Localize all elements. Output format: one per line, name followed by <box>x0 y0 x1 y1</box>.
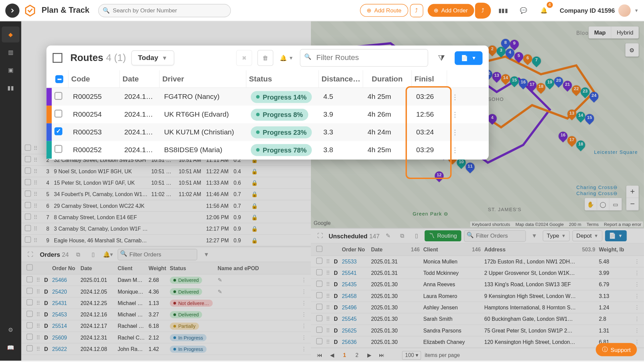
route-color-bar <box>46 106 52 123</box>
plus-icon: ⊕ <box>367 7 372 14</box>
row-menu[interactable]: ⋮ <box>449 128 462 136</box>
nav-routes[interactable]: ◆ <box>2 26 19 42</box>
funnel-icon[interactable]: ⧩ <box>433 50 449 66</box>
search-input[interactable] <box>98 4 231 17</box>
notifications-button[interactable]: 🔔 <box>536 2 552 18</box>
route-row[interactable]: R0002552024.1…FG4TRO (Nancy)Progress 14%… <box>46 88 489 106</box>
route-row[interactable]: R0002542024.1…UK RT6GH (Edvard)Progress … <box>46 106 489 123</box>
route-color-bar <box>46 88 52 106</box>
chevron-right-icon <box>10 8 15 13</box>
nav-help[interactable]: 📖 <box>2 340 19 355</box>
status-badge: Progress 14% <box>251 91 312 103</box>
cancel-button[interactable]: ✖ <box>236 50 252 66</box>
col-code[interactable]: Code <box>68 70 120 87</box>
col-finish[interactable]: Finisl <box>412 70 447 87</box>
plus-icon: ⊕ <box>434 7 439 14</box>
routes-modal: Routes 4 (1) Today▼ ✖ 🗑 🔔 ▼ 🔍 ⧩ 📄 ▼ Code… <box>46 46 489 160</box>
expand-icon[interactable] <box>53 53 62 63</box>
status-badge: Progress 8% <box>251 109 308 121</box>
chat-icon[interactable]: 💬 <box>516 2 531 18</box>
row-menu[interactable]: ⋮ <box>449 145 462 154</box>
route-color-bar <box>46 123 52 141</box>
nav-contacts[interactable]: ▣ <box>2 62 19 78</box>
delete-button[interactable]: 🗑 <box>258 50 273 66</box>
page-title: Plan & Track <box>42 6 89 15</box>
avatar <box>619 4 631 17</box>
search-icon: 🔍 <box>304 54 311 60</box>
help-icon: ⓘ <box>602 346 608 354</box>
row-menu[interactable]: ⋮ <box>449 110 462 119</box>
nav-calendar[interactable]: ▥ <box>2 44 19 60</box>
main-area: ⠿134 Carnaby Street, London WC25 4GH10:5… <box>21 21 644 361</box>
add-order-button[interactable]: ⊕Add Order <box>428 4 474 17</box>
row-checkbox[interactable] <box>54 92 62 100</box>
top-header: Plan & Track 🔍 ⊕Add Route ⤴ ⊕Add Order ⤴… <box>0 0 644 21</box>
row-checkbox[interactable] <box>54 127 62 135</box>
col-duration[interactable]: Duration <box>363 70 412 87</box>
select-all-checkbox[interactable] <box>55 75 63 83</box>
date-filter-dropdown[interactable]: Today▼ <box>131 50 174 65</box>
nav-settings[interactable]: ⚙ <box>2 322 19 338</box>
route-row[interactable]: R0002522024.1…BS8IDSE9 (Maria)Progress 7… <box>46 141 489 159</box>
app-logo <box>24 4 36 17</box>
notifications-dropdown[interactable]: 🔔 ▼ <box>279 50 294 66</box>
col-date[interactable]: Date <box>120 70 160 87</box>
col-driver[interactable]: Driver <box>160 70 246 87</box>
company-id[interactable]: Company ID 41596 ▼ <box>560 4 639 17</box>
nav-rail: ◆ ▥ ▣ ▮▮ ⚙ 📖 <box>0 21 21 361</box>
nav-analytics[interactable]: ▮▮ <box>2 79 19 95</box>
support-button[interactable]: ⓘSupport <box>596 343 637 356</box>
upload-route-button[interactable]: ⤴ <box>410 4 423 17</box>
chevron-down-icon: ▼ <box>634 8 639 13</box>
route-color-bar <box>46 141 52 159</box>
route-row[interactable]: R0002532024.1…UK KU7LM (Christian)Progre… <box>46 123 489 141</box>
routes-title: Routes 4 (1) <box>70 52 126 64</box>
upload-order-button[interactable]: ⤴ <box>475 2 491 18</box>
export-button[interactable]: 📄 ▼ <box>455 51 483 65</box>
filter-routes-input[interactable] <box>300 49 428 67</box>
search-icon: 🔍 <box>103 7 110 13</box>
status-badge: Progress 78% <box>251 144 312 156</box>
collapse-nav-button[interactable] <box>5 3 19 17</box>
row-checkbox[interactable] <box>54 145 62 153</box>
col-distance[interactable]: Distance… <box>319 70 363 87</box>
row-menu[interactable]: ⋮ <box>449 93 462 101</box>
row-checkbox[interactable] <box>54 110 62 118</box>
col-status[interactable]: Status <box>246 70 319 87</box>
barcode-icon[interactable]: ▮▮▮ <box>495 2 511 18</box>
add-route-button[interactable]: ⊕Add Route <box>360 4 408 17</box>
status-badge: Progress 23% <box>251 126 312 138</box>
